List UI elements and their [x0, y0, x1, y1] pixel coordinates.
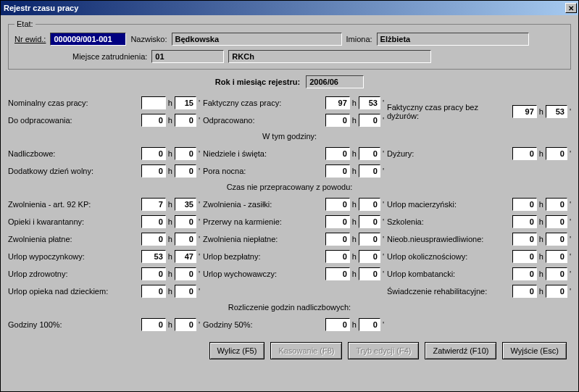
przerwy-h[interactable] [325, 215, 350, 228]
period-row: Rok i miesiąc rejestru: [8, 71, 571, 93]
imiona-field[interactable] [377, 33, 529, 46]
url-zdrow-label: Urlop zdrowotny: [8, 270, 137, 278]
do-odpracowania-label: Do odpracowania: [8, 116, 137, 125]
wyjscie-button[interactable]: Wyjście (Esc) [502, 342, 567, 359]
etat-legend: Etat: [14, 20, 36, 28]
niedziele-m[interactable] [359, 147, 380, 160]
do-odpracowania-m[interactable] [175, 114, 196, 127]
url-wychow-m[interactable] [359, 267, 380, 280]
dyzury-label: Dyżury: [387, 149, 508, 158]
url-macierz-label: Urlop macierzyński: [387, 200, 508, 209]
url-opieka-h[interactable] [141, 285, 166, 298]
zw-zasilki-h[interactable] [325, 198, 350, 211]
szkolenia-label: Szkolenia: [387, 217, 508, 226]
opieki-label: Opieki i kwarantanny: [8, 217, 137, 226]
zw-platne-m[interactable] [175, 233, 196, 246]
szkolenia-h[interactable] [512, 215, 537, 228]
nieob-label: Nieob.nieusprawiedliwione: [387, 235, 508, 243]
faktyczny-m[interactable] [359, 96, 380, 109]
dyzury-m[interactable] [546, 147, 567, 160]
url-opieka-m[interactable] [175, 285, 196, 298]
swiad-rehab-m[interactable] [546, 285, 567, 298]
czas-nie-divider: Czas nie przepracowany z powodu: [8, 183, 571, 191]
url-zdrow-h[interactable] [141, 267, 166, 280]
opieki-m[interactable] [175, 215, 196, 228]
url-macierz-m[interactable] [546, 198, 567, 211]
godz100-m[interactable] [175, 318, 196, 331]
nr-ewid-label: Nr ewid.: [14, 35, 46, 43]
summary-grid: Nominalny czas pracy: h ' Do odpracowani… [8, 94, 571, 129]
pora-nocna-m[interactable] [359, 164, 380, 178]
nadliczbowe-h[interactable] [141, 147, 166, 160]
do-odpracowania-h[interactable] [141, 114, 166, 127]
zw-nieplatne-h[interactable] [325, 233, 350, 246]
pora-nocna-label: Pora nocna: [203, 167, 321, 175]
url-wychow-h[interactable] [325, 267, 350, 280]
nazwisko-field[interactable] [172, 33, 342, 46]
client-area: Etat: Nr ewid.: Nazwisko: Imiona: Miejsc… [1, 15, 578, 391]
miejsce-name-field[interactable] [228, 50, 431, 63]
swiad-rehab-h[interactable] [512, 285, 537, 298]
nieob-h[interactable] [512, 233, 537, 246]
url-wypocz-h[interactable] [141, 250, 166, 263]
zw-zasilki-m[interactable] [359, 198, 380, 211]
godz100-h[interactable] [141, 318, 166, 331]
window-title: Rejestr czasu pracy [4, 4, 78, 12]
dodatkowy-m[interactable] [175, 164, 196, 178]
nadliczbowe-m[interactable] [175, 147, 196, 160]
opieki-h[interactable] [141, 215, 166, 228]
zw-platne-label: Zwolnienia płatne: [8, 235, 137, 243]
nazwisko-label: Nazwisko: [130, 35, 167, 43]
godz50-h[interactable] [325, 318, 350, 331]
titlebar: Rejestr czasu pracy ✕ [1, 1, 578, 15]
godz50-m[interactable] [359, 318, 380, 331]
faktyczny-h[interactable] [325, 96, 350, 109]
nominalny-m[interactable] [175, 96, 196, 109]
odpracowano-label: Odpracowano: [203, 116, 321, 125]
przerwy-label: Przerwy na karmienie: [203, 217, 321, 226]
miejsce-code-field[interactable] [151, 50, 224, 63]
hours-grid: Nadliczbowe:h' Dodatkowy dzień wolny:h' … [8, 145, 571, 180]
nr-ewid-field[interactable] [50, 33, 126, 46]
faktyczny-bez-h[interactable] [512, 105, 537, 118]
url-wypocz-m[interactable] [175, 250, 196, 263]
zw92kp-h[interactable] [141, 198, 166, 211]
url-macierz-h[interactable] [512, 198, 537, 211]
faktyczny-bez-m[interactable] [546, 105, 567, 118]
niedziele-h[interactable] [325, 147, 350, 160]
url-zdrow-m[interactable] [175, 267, 196, 280]
period-label: Rok i miesiąc rejestru: [215, 78, 300, 86]
url-wypocz-label: Urlop wypoczynkowy: [8, 252, 137, 261]
url-okol-h[interactable] [512, 250, 537, 263]
url-komb-h[interactable] [512, 267, 537, 280]
zw92kp-m[interactable] [175, 198, 196, 211]
tryb-edycji-button[interactable]: Tryb edycji (F4) [348, 342, 419, 359]
dodatkowy-h[interactable] [141, 164, 166, 178]
szkolenia-m[interactable] [546, 215, 567, 228]
url-okol-label: Urlop okolicznościowy: [387, 252, 508, 261]
imiona-label: Imiona: [346, 35, 372, 43]
dyzury-h[interactable] [512, 147, 537, 160]
zatwierdz-button[interactable]: Zatwierdź (F10) [425, 342, 496, 359]
etat-group: Etat: Nr ewid.: Nazwisko: Imiona: Miejsc… [8, 20, 571, 70]
url-komb-m[interactable] [546, 267, 567, 280]
button-bar: Wylicz (F5) Kasowanie (F8) Tryb edycji (… [8, 335, 571, 362]
close-button[interactable]: ✕ [565, 3, 577, 13]
nieob-m[interactable] [546, 233, 567, 246]
przerwy-m[interactable] [359, 215, 380, 228]
zw-nieplatne-m[interactable] [359, 233, 380, 246]
odpracowano-h[interactable] [325, 114, 350, 127]
url-bezplat-h[interactable] [325, 250, 350, 263]
nominalny-h[interactable] [141, 96, 166, 109]
w-tym-godziny-divider: W tym godziny: [8, 132, 571, 141]
pora-nocna-h[interactable] [325, 164, 350, 178]
url-wychow-label: Urlop wychowawczy: [203, 270, 321, 278]
url-bezplat-m[interactable] [359, 250, 380, 263]
wylicz-button[interactable]: Wylicz (F5) [209, 342, 265, 359]
period-field[interactable] [306, 75, 364, 88]
odpracowano-m[interactable] [359, 114, 380, 127]
rozliczenie-divider: Rozliczenie godzin nadliczbowych: [8, 303, 571, 312]
url-okol-m[interactable] [546, 250, 567, 263]
zw-platne-h[interactable] [141, 233, 166, 246]
kasowanie-button[interactable]: Kasowanie (F8) [270, 342, 342, 359]
